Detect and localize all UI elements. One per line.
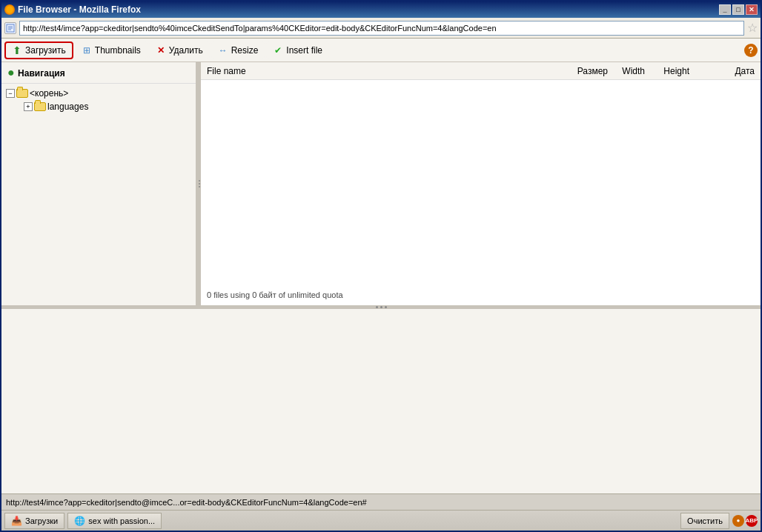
status-url: http://test4/imce?app=ckeditor|sendto@im… [6,498,756,507]
thumbnails-icon: ⊞ [82,45,92,56]
empty-message: 0 files using 0 байт of unlimited quota [207,290,343,299]
title-bar: File Browser - Mozilla Firefox _ □ ✕ [1,1,761,18]
tree-item-root[interactable]: − <корень> [4,87,193,100]
nav-bullet-icon: ● [7,66,18,79]
main-content: ● Навигация − <корень> + languages [1,62,761,305]
thumbnails-label: Thumbnails [95,45,141,56]
tree-toggle-root[interactable]: − [6,89,15,98]
firefox-icon [4,4,15,15]
minimize-button[interactable]: _ [719,4,731,15]
col-width-header: Width [614,66,651,76]
tree-child-languages: + languages [22,100,193,113]
col-size-header: Размер [554,66,614,76]
languages-folder-icon [34,102,46,111]
page-icon [4,22,16,34]
taskbar-sys-icons: ● ABP [732,515,758,527]
browser-window: File Browser - Mozilla Firefox _ □ ✕ ☆ ⬆… [0,0,762,532]
upload-icon: ⬆ [12,45,22,56]
status-bar: http://test4/imce?app=ckeditor|sendto@im… [1,493,761,510]
tree-toggle-languages[interactable]: + [24,102,33,111]
col-date-header: Дата [695,66,755,76]
downloads-label: Загрузки [25,516,58,525]
resizer-dots [199,180,200,187]
root-folder-icon [16,89,28,98]
insert-button[interactable]: ✔ Insert file [266,41,329,59]
abp-icon: ABP [746,515,758,527]
passion-tab-btn[interactable]: 🌐 sex with passion... [67,513,162,529]
upload-button[interactable]: ⬆ Загрузить [4,41,73,59]
file-list-area: 0 files using 0 байт of unlimited quota [201,80,761,305]
col-filename-header: File name [207,66,554,76]
sys-icon-1: ● [732,515,744,527]
resizer-dot [199,183,200,184]
nav-header-label: Навигация [18,68,65,79]
help-button[interactable]: ? [744,44,758,57]
maximize-button[interactable]: □ [732,4,744,15]
file-table-header: File name Размер Width Height Дата [201,62,761,80]
thumbnails-button[interactable]: ⊞ Thumbnails [75,41,148,59]
window-controls: _ □ ✕ [719,4,758,15]
delete-button[interactable]: ✕ Удалить [149,41,210,59]
insert-icon: ✔ [273,45,283,56]
resize-icon: ↔ [218,45,228,56]
root-label: <корень> [30,88,68,99]
close-button[interactable]: ✕ [746,4,758,15]
passion-tab-icon: 🌐 [74,516,85,526]
resize-button[interactable]: ↔ Resize [211,41,265,59]
downloads-taskbar-btn[interactable]: 📥 Загрузки [4,513,64,529]
resizer-dot [199,186,200,187]
lower-panel [1,308,761,493]
resize-label: Resize [231,45,259,56]
delete-icon: ✕ [156,45,166,56]
file-panel: File name Размер Width Height Дата 0 fil… [201,62,761,305]
address-input[interactable] [19,21,744,36]
clear-button[interactable]: Очистить [680,513,729,529]
nav-header: ● Навигация [1,62,196,84]
nav-tree: − <корень> + languages [1,84,196,305]
nav-panel: ● Навигация − <корень> + languages [1,62,198,305]
bookmark-star[interactable]: ☆ [747,21,758,35]
delete-label: Удалить [169,45,203,56]
taskbar: 📥 Загрузки 🌐 sex with passion... Очистит… [1,510,761,531]
col-height-header: Height [651,66,695,76]
languages-label: languages [47,102,88,112]
insert-label: Insert file [286,45,322,56]
downloads-icon: 📥 [11,516,22,526]
resizer-dot [199,180,200,182]
toolbar: ⬆ Загрузить ⊞ Thumbnails ✕ Удалить ↔ Res… [1,39,761,62]
passion-tab-label: sex with passion... [88,516,155,525]
address-bar: ☆ [1,18,761,39]
window-title: File Browser - Mozilla Firefox [18,4,719,15]
tree-item-languages[interactable]: + languages [22,100,193,113]
upload-label: Загрузить [25,45,66,56]
